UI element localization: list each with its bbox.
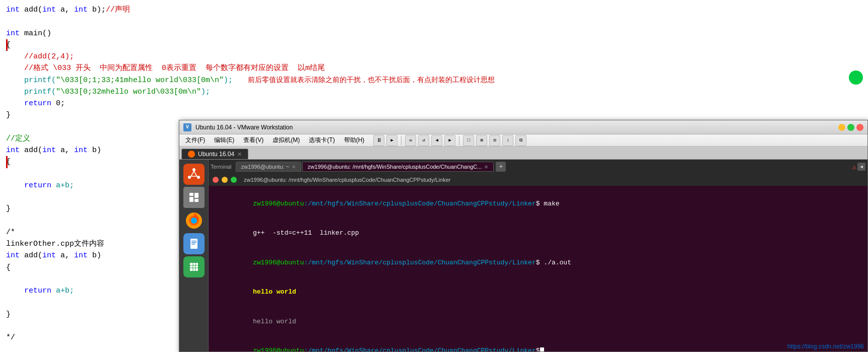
ubuntu-tab-icon (188, 151, 195, 158)
term-tab-linker-close[interactable]: ✕ (484, 164, 488, 170)
svg-rect-12 (191, 241, 196, 242)
refresh-btn[interactable]: ↺ (418, 135, 429, 146)
terminal-tabbar: Terminal zw1996@ubuntu: ~ ✕ zw1996@ubunt… (209, 160, 867, 174)
annotation-text: 前后零值设置就表示清除之前的干扰，也不干扰后面，有点封装的工程设计思想 (248, 75, 495, 86)
ubuntu-logo-icon[interactable] (183, 164, 205, 185)
menu-help[interactable]: 帮助(H) (340, 135, 369, 146)
svg-rect-5 (189, 197, 193, 202)
toolbar-sep-2 (459, 136, 459, 145)
svg-rect-6 (194, 193, 198, 198)
csdn-watermark: https://blog.csdn.net/zw1996 (787, 343, 864, 350)
term-line-3: zw1996@ubuntu:/mnt/hgfs/WinShare/cpluspl… (214, 248, 862, 277)
term-close-btn[interactable] (213, 177, 219, 183)
ubuntu-tab-label: Ubuntu 16.04 (198, 151, 234, 158)
term-line-2: g++ -std=c++11 linker.cpp (214, 219, 862, 248)
ubuntu-sidebar (179, 160, 209, 351)
term-line-hello-colored: hello world (214, 277, 862, 307)
vmware-title: Ubuntu 16.04 - VMware Workstation (195, 124, 293, 131)
svg-point-10 (191, 218, 197, 224)
terminal-cursor (540, 347, 544, 351)
menu-vm[interactable]: 虚拟机(M) (269, 135, 304, 146)
svg-rect-15 (190, 263, 198, 271)
ubuntu-tab[interactable]: Ubuntu 16.04 ✕ (181, 149, 248, 159)
terminal-title: zw1996@ubuntu: /mnt/hgfs/WinShare/cplusp… (244, 177, 450, 183)
maximize-btn[interactable] (847, 124, 854, 131)
back-btn[interactable]: ◀ (431, 135, 442, 146)
svg-rect-13 (191, 242, 196, 243)
vmware-icon: V (183, 123, 191, 131)
term-maximize-btn[interactable] (231, 177, 237, 183)
docs-icon[interactable] (183, 233, 205, 254)
close-btn[interactable] (856, 124, 863, 131)
menu-file[interactable]: 文件(F) (181, 135, 209, 146)
vmware-window: V Ubuntu 16.04 - VMware Workstation 文件(F… (179, 120, 868, 352)
screen-btn2[interactable]: ⊞ (476, 135, 487, 146)
vmware-menubar: 文件(F) 编辑(E) 查看(V) 虚拟机(M) 选项卡(T) 帮助(H) ⏸ … (179, 134, 867, 147)
code-line-1: int add(int a, int b);//声明 (6, 4, 862, 16)
forward-btn[interactable]: ▶ (444, 135, 455, 146)
term-tab-linker[interactable]: zw1996@ubuntu: /mnt/hgfs/WinShare/cplusp… (302, 162, 494, 172)
minimize-btn[interactable] (838, 124, 845, 131)
term-new-tab-btn[interactable]: + (496, 162, 506, 172)
svg-rect-14 (191, 244, 195, 245)
screen-btn1[interactable]: □ (463, 135, 474, 146)
alert-icon: ⚠ (852, 163, 856, 171)
toolbar-sep-1 (401, 136, 402, 145)
term-line-hello-plain: hello world (214, 307, 862, 336)
term-tab-home-close[interactable]: ✕ (292, 164, 296, 170)
svg-rect-7 (194, 199, 198, 202)
term-tab-linker-label: zw1996@ubuntu: /mnt/hgfs/WinShare/cplusp… (308, 164, 482, 170)
pause-btn[interactable]: ⏸ (373, 135, 384, 146)
play-btn[interactable]: ▶ (386, 135, 397, 146)
files-icon[interactable] (183, 187, 205, 208)
menu-edit[interactable]: 编辑(E) (210, 135, 238, 146)
vmware-tabbar: Ubuntu 16.04 ✕ (179, 147, 867, 160)
vmware-titlebar: V Ubuntu 16.04 - VMware Workstation (179, 120, 867, 134)
terminal-body[interactable]: zw1996@ubuntu:/mnt/hgfs/WinShare/cpluspl… (209, 186, 867, 351)
term-line-1: zw1996@ubuntu:/mnt/hgfs/WinShare/cpluspl… (214, 189, 862, 219)
menu-view[interactable]: 查看(V) (239, 135, 268, 146)
green-circle-indicator (849, 71, 863, 85)
svg-rect-4 (189, 193, 193, 196)
send-btn[interactable]: ✉ (405, 135, 416, 146)
term-tab-home-label: zw1996@ubuntu: ~ (241, 164, 289, 170)
terminal-area: Terminal zw1996@ubuntu: ~ ✕ zw1996@ubunt… (209, 160, 867, 351)
term-tab-home[interactable]: zw1996@ubuntu: ~ ✕ (236, 162, 301, 172)
firefox-icon[interactable] (183, 210, 205, 231)
sheets-icon[interactable] (183, 256, 205, 277)
term-scroll-left[interactable]: ◀ (857, 163, 865, 171)
screen-btn4[interactable]: ↕ (502, 135, 513, 146)
menu-tabs[interactable]: 选项卡(T) (305, 135, 339, 146)
screen-btn3[interactable]: ⊟ (489, 135, 500, 146)
ubuntu-content: Terminal zw1996@ubuntu: ~ ✕ zw1996@ubunt… (179, 160, 867, 351)
ubuntu-tab-close[interactable]: ✕ (237, 151, 242, 158)
svg-point-3 (188, 176, 191, 179)
screen-btn5[interactable]: ⧉ (515, 135, 526, 146)
term-minimize-btn[interactable] (222, 177, 228, 183)
terminal-header: zw1996@ubuntu: /mnt/hgfs/WinShare/cplusp… (209, 174, 867, 186)
svg-point-2 (197, 176, 200, 179)
term-scroll-btns: ⚠ ◀ (852, 163, 865, 171)
term-line-prompt-final: zw1996@ubuntu:/mnt/hgfs/WinShare/cpluspl… (214, 336, 862, 352)
terminal-label: Terminal (211, 164, 232, 170)
